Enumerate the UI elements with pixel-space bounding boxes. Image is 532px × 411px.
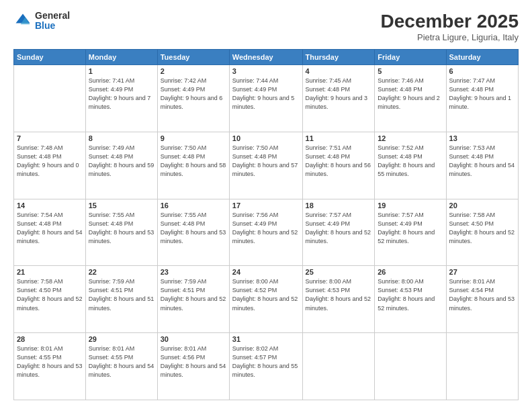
day-number-w4-d2: 30	[161, 335, 226, 343]
cell-w2-d0: 14Sunrise: 7:54 AM Sunset: 4:48 PM Dayli…	[14, 199, 86, 266]
page: General Blue December 2025 Pietra Ligure…	[0, 0, 532, 411]
day-number-w0-d1: 1	[89, 67, 154, 75]
cell-w4-d0: 28Sunrise: 8:01 AM Sunset: 4:55 PM Dayli…	[14, 333, 86, 400]
col-wednesday: Wednesday	[229, 50, 302, 65]
day-number-w0-d3: 3	[232, 67, 300, 75]
calendar-table: Sunday Monday Tuesday Wednesday Thursday…	[13, 49, 519, 400]
cell-w4-d3: 31Sunrise: 8:02 AM Sunset: 4:57 PM Dayli…	[229, 333, 302, 400]
day-number-w1-d4: 11	[306, 134, 372, 142]
cell-w3-d0: 21Sunrise: 7:58 AM Sunset: 4:50 PM Dayli…	[14, 266, 86, 333]
day-number-w1-d5: 12	[378, 134, 443, 142]
day-info-w1-d5: Sunrise: 7:52 AM Sunset: 4:48 PM Dayligh…	[378, 144, 443, 179]
day-info-w4-d0: Sunrise: 8:01 AM Sunset: 4:55 PM Dayligh…	[17, 345, 83, 379]
cell-w3-d5: 26Sunrise: 8:00 AM Sunset: 4:53 PM Dayli…	[375, 266, 446, 333]
cell-w0-d2: 2Sunrise: 7:42 AM Sunset: 4:49 PM Daylig…	[157, 65, 229, 132]
month-title: December 2025	[381, 11, 519, 32]
cell-w2-d1: 15Sunrise: 7:55 AM Sunset: 4:48 PM Dayli…	[85, 199, 157, 266]
col-thursday: Thursday	[302, 50, 375, 65]
day-info-w0-d2: Sunrise: 7:42 AM Sunset: 4:49 PM Dayligh…	[161, 77, 226, 111]
day-number-w1-d1: 8	[89, 134, 154, 142]
week-row-4: 28Sunrise: 8:01 AM Sunset: 4:55 PM Dayli…	[14, 333, 519, 400]
day-info-w2-d3: Sunrise: 7:56 AM Sunset: 4:49 PM Dayligh…	[232, 211, 300, 246]
day-info-w0-d3: Sunrise: 7:44 AM Sunset: 4:49 PM Dayligh…	[232, 77, 300, 111]
day-number-w2-d3: 17	[232, 201, 300, 210]
cell-w0-d5: 5Sunrise: 7:46 AM Sunset: 4:48 PM Daylig…	[375, 65, 446, 132]
cell-w4-d4	[302, 333, 375, 400]
cell-w1-d4: 11Sunrise: 7:51 AM Sunset: 4:48 PM Dayli…	[302, 132, 375, 199]
cell-w3-d6: 27Sunrise: 8:01 AM Sunset: 4:54 PM Dayli…	[446, 266, 518, 333]
cell-w4-d6	[446, 333, 518, 400]
col-saturday: Saturday	[446, 50, 518, 65]
day-number-w4-d3: 31	[232, 335, 300, 343]
day-number-w3-d2: 23	[161, 268, 226, 276]
cell-w3-d1: 22Sunrise: 7:59 AM Sunset: 4:51 PM Dayli…	[85, 266, 157, 333]
day-info-w1-d4: Sunrise: 7:51 AM Sunset: 4:48 PM Dayligh…	[306, 144, 372, 179]
cell-w1-d1: 8Sunrise: 7:49 AM Sunset: 4:48 PM Daylig…	[85, 132, 157, 199]
logo-icon	[13, 11, 32, 30]
header: General Blue December 2025 Pietra Ligure…	[13, 11, 519, 42]
day-number-w4-d0: 28	[17, 335, 83, 343]
logo-general-text: General	[35, 11, 70, 21]
day-info-w3-d1: Sunrise: 7:59 AM Sunset: 4:51 PM Dayligh…	[89, 277, 154, 312]
day-info-w4-d3: Sunrise: 8:02 AM Sunset: 4:57 PM Dayligh…	[232, 345, 300, 379]
col-friday: Friday	[375, 50, 446, 65]
cell-w1-d5: 12Sunrise: 7:52 AM Sunset: 4:48 PM Dayli…	[375, 132, 446, 199]
title-block: December 2025 Pietra Ligure, Liguria, It…	[381, 11, 519, 42]
col-sunday: Sunday	[14, 50, 86, 65]
cell-w1-d0: 7Sunrise: 7:48 AM Sunset: 4:48 PM Daylig…	[14, 132, 86, 199]
cell-w0-d6: 6Sunrise: 7:47 AM Sunset: 4:48 PM Daylig…	[446, 65, 518, 132]
day-number-w1-d0: 7	[17, 134, 83, 142]
day-number-w4-d1: 29	[89, 335, 154, 343]
cell-w4-d5	[375, 333, 446, 400]
day-number-w1-d2: 9	[161, 134, 226, 142]
day-info-w1-d3: Sunrise: 7:50 AM Sunset: 4:48 PM Dayligh…	[232, 144, 300, 179]
day-number-w1-d3: 10	[232, 134, 300, 142]
cell-w0-d0	[14, 65, 86, 132]
logo-blue-text: Blue	[35, 21, 70, 31]
day-number-w3-d1: 22	[89, 268, 154, 276]
day-number-w0-d4: 4	[306, 67, 372, 75]
cell-w4-d2: 30Sunrise: 8:01 AM Sunset: 4:56 PM Dayli…	[157, 333, 229, 400]
cell-w1-d3: 10Sunrise: 7:50 AM Sunset: 4:48 PM Dayli…	[229, 132, 302, 199]
week-row-3: 21Sunrise: 7:58 AM Sunset: 4:50 PM Dayli…	[14, 266, 519, 333]
cell-w0-d1: 1Sunrise: 7:41 AM Sunset: 4:49 PM Daylig…	[85, 65, 157, 132]
cell-w4-d1: 29Sunrise: 8:01 AM Sunset: 4:55 PM Dayli…	[85, 333, 157, 400]
day-number-w3-d3: 24	[232, 268, 300, 276]
day-info-w1-d1: Sunrise: 7:49 AM Sunset: 4:48 PM Dayligh…	[89, 144, 154, 179]
day-number-w3-d5: 26	[378, 268, 443, 276]
col-monday: Monday	[85, 50, 157, 65]
day-number-w1-d6: 13	[449, 134, 515, 142]
cell-w2-d2: 16Sunrise: 7:55 AM Sunset: 4:48 PM Dayli…	[157, 199, 229, 266]
day-info-w2-d6: Sunrise: 7:58 AM Sunset: 4:50 PM Dayligh…	[449, 211, 515, 246]
day-info-w3-d3: Sunrise: 8:00 AM Sunset: 4:52 PM Dayligh…	[232, 277, 300, 312]
day-info-w3-d0: Sunrise: 7:58 AM Sunset: 4:50 PM Dayligh…	[17, 277, 83, 312]
day-number-w3-d4: 25	[306, 268, 372, 276]
day-info-w2-d2: Sunrise: 7:55 AM Sunset: 4:48 PM Dayligh…	[161, 211, 226, 246]
day-info-w0-d4: Sunrise: 7:45 AM Sunset: 4:48 PM Dayligh…	[306, 77, 372, 111]
cell-w1-d2: 9Sunrise: 7:50 AM Sunset: 4:48 PM Daylig…	[157, 132, 229, 199]
cell-w2-d6: 20Sunrise: 7:58 AM Sunset: 4:50 PM Dayli…	[446, 199, 518, 266]
col-tuesday: Tuesday	[157, 50, 229, 65]
day-number-w0-d5: 5	[378, 67, 443, 75]
day-number-w2-d6: 20	[449, 201, 515, 210]
cell-w2-d3: 17Sunrise: 7:56 AM Sunset: 4:49 PM Dayli…	[229, 199, 302, 266]
day-info-w3-d6: Sunrise: 8:01 AM Sunset: 4:54 PM Dayligh…	[449, 277, 515, 312]
day-info-w0-d5: Sunrise: 7:46 AM Sunset: 4:48 PM Dayligh…	[378, 77, 443, 111]
cell-w0-d3: 3Sunrise: 7:44 AM Sunset: 4:49 PM Daylig…	[229, 65, 302, 132]
day-info-w3-d2: Sunrise: 7:59 AM Sunset: 4:51 PM Dayligh…	[161, 277, 226, 312]
cell-w0-d4: 4Sunrise: 7:45 AM Sunset: 4:48 PM Daylig…	[302, 65, 375, 132]
day-number-w0-d2: 2	[161, 67, 226, 75]
logo-text: General Blue	[35, 11, 70, 32]
day-number-w3-d6: 27	[449, 268, 515, 276]
day-number-w0-d6: 6	[449, 67, 515, 75]
cell-w3-d3: 24Sunrise: 8:00 AM Sunset: 4:52 PM Dayli…	[229, 266, 302, 333]
day-number-w2-d0: 14	[17, 201, 83, 210]
day-info-w2-d1: Sunrise: 7:55 AM Sunset: 4:48 PM Dayligh…	[89, 211, 154, 246]
day-info-w3-d4: Sunrise: 8:00 AM Sunset: 4:53 PM Dayligh…	[306, 277, 372, 312]
day-info-w1-d6: Sunrise: 7:53 AM Sunset: 4:48 PM Dayligh…	[449, 144, 515, 179]
day-number-w2-d1: 15	[89, 201, 154, 210]
day-info-w4-d2: Sunrise: 8:01 AM Sunset: 4:56 PM Dayligh…	[161, 345, 226, 379]
day-number-w2-d5: 19	[378, 201, 443, 210]
day-number-w3-d0: 21	[17, 268, 83, 276]
cell-w2-d4: 18Sunrise: 7:57 AM Sunset: 4:49 PM Dayli…	[302, 199, 375, 266]
